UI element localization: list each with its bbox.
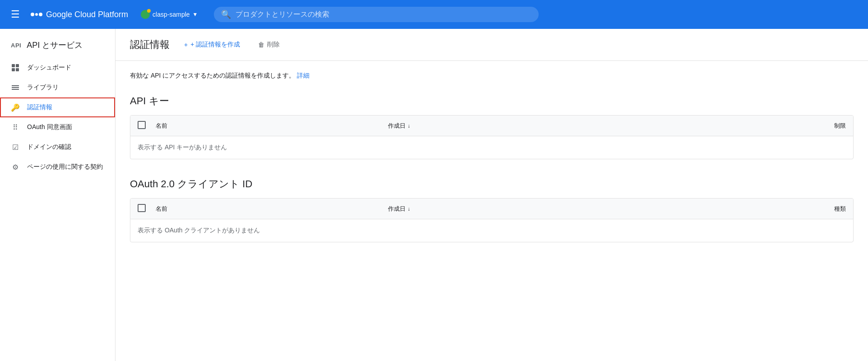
- oauth-table: 名前 作成日 ↓ 種類 表示する OAuth クライアントがありません: [130, 198, 854, 242]
- logo-dot-3: [39, 13, 42, 16]
- sidebar-label-credentials: 認証情報: [27, 103, 52, 111]
- oauth-col-type: 種類: [621, 205, 846, 213]
- project-icon: [141, 10, 150, 19]
- dashboard-icon: [11, 63, 20, 72]
- domain-icon: ☑: [11, 143, 20, 152]
- api-keys-empty-message: 表示する API キーがありません: [130, 136, 853, 159]
- oauth-select-all-checkbox[interactable]: [138, 204, 148, 213]
- sidebar-label-terms: ページの使用に関する契約: [27, 163, 103, 171]
- main-content: 認証情報 + + 認証情報を作成 🗑 削除 有効な API にアクセスするための…: [115, 29, 868, 361]
- project-selector[interactable]: clasp-sample ▼: [135, 7, 203, 22]
- api-badge: API: [11, 42, 21, 49]
- logo-dot-2: [35, 13, 38, 16]
- oauth-col-name: 名前: [156, 205, 381, 213]
- page-title: 認証情報: [130, 38, 170, 51]
- app-title: Google Cloud Platform: [46, 10, 128, 19]
- sidebar-header: API API とサービス: [0, 36, 115, 58]
- search-input[interactable]: [235, 10, 531, 19]
- sidebar-item-library[interactable]: ライブラリ: [0, 78, 115, 97]
- sidebar-item-credentials[interactable]: 🔑 認証情報: [0, 97, 115, 117]
- logo-dot-1: [31, 13, 34, 16]
- search-icon: 🔍: [221, 9, 231, 19]
- oauth-col-date: 作成日 ↓: [388, 205, 613, 213]
- oauth-section-title: OAuth 2.0 クライアント ID: [130, 177, 854, 191]
- create-credentials-button[interactable]: + + 認証情報を作成: [180, 38, 244, 51]
- content-header: 認証情報 + + 認証情報を作成 🗑 削除: [115, 29, 868, 61]
- api-keys-col-name: 名前: [156, 122, 381, 130]
- content-body: 有効な API にアクセスするための認証情報を作成します。 詳細 API キー …: [115, 61, 868, 271]
- plus-icon: +: [184, 41, 188, 48]
- trash-icon: 🗑: [258, 41, 264, 48]
- logo-dots: [31, 13, 42, 16]
- description-link[interactable]: 詳細: [297, 72, 309, 79]
- sidebar: API API とサービス ダッシュボード ライブラリ 🔑: [0, 29, 115, 361]
- top-header: ☰ Google Cloud Platform clasp-sample ▼ 🔍: [0, 0, 868, 29]
- api-keys-table: 名前 作成日 ↓ 制限 表示する API キーがありません: [130, 115, 854, 159]
- delete-button-label: 削除: [267, 41, 280, 49]
- api-keys-col-date: 作成日 ↓: [388, 122, 613, 130]
- oauth-header-row: 名前 作成日 ↓ 種類: [130, 199, 853, 219]
- main-layout: API API とサービス ダッシュボード ライブラリ 🔑: [0, 29, 868, 361]
- sidebar-item-dashboard[interactable]: ダッシュボード: [0, 58, 115, 78]
- api-keys-title: API キー: [130, 94, 854, 108]
- app-logo: Google Cloud Platform: [31, 10, 128, 19]
- sidebar-title: API とサービス: [27, 40, 83, 51]
- chevron-down-icon: ▼: [193, 11, 198, 18]
- sort-icon[interactable]: ↓: [407, 123, 410, 129]
- library-icon: [11, 83, 20, 92]
- delete-button[interactable]: 🗑 削除: [254, 38, 283, 51]
- sort-icon-oauth[interactable]: ↓: [407, 206, 410, 212]
- menu-icon[interactable]: ☰: [7, 5, 23, 24]
- sidebar-item-domain[interactable]: ☑ ドメインの確認: [0, 137, 115, 157]
- create-button-label: + 認証情報を作成: [190, 41, 240, 49]
- project-name: clasp-sample: [152, 11, 189, 18]
- sidebar-label-domain: ドメインの確認: [27, 143, 71, 151]
- sidebar-label-oauth: OAuth 同意画面: [27, 123, 72, 131]
- api-keys-col-restriction: 制限: [621, 122, 846, 130]
- settings-icon: ⚙: [11, 162, 20, 171]
- key-icon: 🔑: [11, 103, 20, 112]
- api-keys-select-all-checkbox[interactable]: [138, 121, 148, 130]
- description-text: 有効な API にアクセスするための認証情報を作成します。 詳細: [130, 72, 854, 80]
- sidebar-item-terms[interactable]: ⚙ ページの使用に関する契約: [0, 157, 115, 177]
- oauth-icon: ⠿: [11, 123, 20, 132]
- api-keys-header-row: 名前 作成日 ↓ 制限: [130, 116, 853, 136]
- sidebar-item-oauth[interactable]: ⠿ OAuth 同意画面: [0, 117, 115, 137]
- oauth-empty-message: 表示する OAuth クライアントがありません: [130, 219, 853, 242]
- search-bar[interactable]: 🔍: [214, 7, 539, 22]
- sidebar-label-library: ライブラリ: [27, 83, 59, 92]
- sidebar-label-dashboard: ダッシュボード: [27, 64, 71, 72]
